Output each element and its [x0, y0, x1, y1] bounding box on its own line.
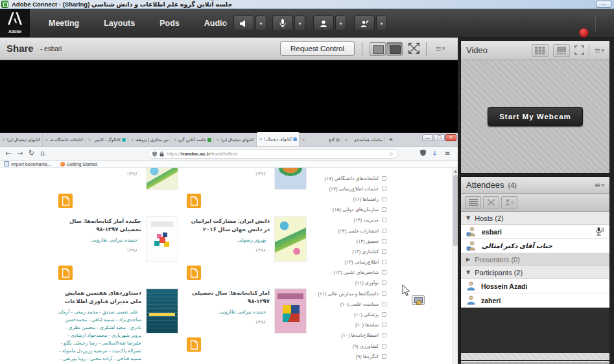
pdf-download-badge[interactable]: [58, 194, 73, 208]
video-pod-menu-button[interactable]: ≡▼: [594, 47, 604, 54]
browser-tab[interactable]: × کتابهای دیجیتال ایران: [257, 132, 300, 146]
participants-section-header[interactable]: ▼ Participants (2): [461, 266, 609, 279]
video-fullscreen-icon[interactable]: [574, 45, 584, 55]
pdf-download-badge[interactable]: [58, 266, 73, 280]
hosts-section-header[interactable]: ▼ Hosts (2): [461, 212, 609, 225]
scrollbar-thumb[interactable]: [453, 175, 458, 246]
category-checkbox[interactable]: [382, 229, 386, 233]
share-fullscreen-button[interactable]: [408, 43, 419, 54]
category-label[interactable]: دانشگاه‌ها و مدارس عالی: [327, 291, 379, 297]
book-title[interactable]: چکیده آمار کتابخانه‌ها: سال تحصیلی ۱۳۹۷-…: [58, 217, 141, 234]
browser-tab[interactable]: × گنج: [300, 133, 342, 146]
browser-tab[interactable]: × کتابخانه دانشگاه شهید بهشتی: [43, 133, 86, 146]
category-label[interactable]: انتشارات علمی: [348, 228, 379, 234]
browser-tab[interactable]: × جلسه آنلاین گروه علم: [171, 133, 214, 146]
tab-close-icon[interactable]: ×: [259, 137, 263, 142]
tab-close-icon[interactable]: ×: [2, 137, 6, 142]
category-label[interactable]: سیاست علمی: [350, 301, 379, 307]
category-checkbox[interactable]: [382, 197, 386, 201]
category-checkbox[interactable]: [382, 260, 386, 264]
url-field[interactable]: https://irandoc.ac.ir/book/fulltext ☆: [148, 149, 398, 159]
attendee-list-view-button[interactable]: [465, 196, 481, 209]
category-checkbox[interactable]: [382, 344, 386, 348]
category-label[interactable]: کشاورزی: [360, 343, 379, 349]
category-label[interactable]: کتابداری: [362, 249, 379, 255]
pdf-download-badge[interactable]: [187, 337, 201, 352]
category-checkbox[interactable]: [382, 239, 386, 244]
raise-hand-icon-button[interactable]: [354, 16, 375, 31]
category-label[interactable]: تحقیق: [366, 238, 379, 244]
bookmark-getting-started[interactable]: Getting Started: [60, 162, 97, 166]
attendee-row-esbari[interactable]: esbari: [461, 225, 609, 239]
request-control-button[interactable]: Request Control: [280, 41, 355, 56]
presenters-section-header[interactable]: ▶ Presenters (0): [461, 253, 609, 266]
browser-minimize-button[interactable]: —: [422, 134, 433, 141]
webcam-button[interactable]: [313, 16, 334, 31]
browser-close-button[interactable]: ×: [445, 134, 456, 141]
category-checkbox[interactable]: [382, 280, 386, 285]
book-title[interactable]: دستاوردهای هفتمین همایش ملی مدیران فناور…: [58, 289, 141, 306]
status-dropdown[interactable]: ▼: [376, 16, 387, 31]
category-label[interactable]: نوآوری: [365, 280, 379, 286]
book-cover[interactable]: [147, 217, 178, 261]
browser-tab[interactable]: × سامانه همانندجو: [342, 133, 385, 146]
category-checkbox[interactable]: [382, 302, 386, 306]
share-pod-menu-button[interactable]: ≡▼: [435, 45, 445, 52]
window-minimize-button[interactable]: —: [596, 1, 611, 8]
pdf-download-badge[interactable]: [187, 266, 201, 280]
video-filmstrip-view-button[interactable]: [553, 44, 570, 57]
book-author-link[interactable]: حمیده بیرامی طارونی: [91, 237, 137, 243]
tab-close-icon[interactable]: ×: [216, 137, 220, 142]
tab-close-icon[interactable]: ×: [45, 137, 49, 142]
reload-icon[interactable]: ↻: [29, 149, 34, 157]
category-checkbox[interactable]: [382, 333, 386, 337]
tab-close-icon[interactable]: ×: [301, 137, 305, 142]
category-checkbox[interactable]: [382, 187, 386, 191]
tab-close-icon[interactable]: ×: [88, 137, 91, 142]
attendee-row-host2[interactable]: جناب آقای دکتر امثالی: [461, 239, 609, 253]
browser-tab[interactable]: × کتابهای دیجیتال ایران: [0, 133, 43, 146]
category-label[interactable]: اصطلاح‌نامه‌ها: [351, 332, 379, 338]
category-label[interactable]: پزشکی: [364, 312, 379, 317]
home-icon[interactable]: ⌂: [40, 149, 45, 157]
microphone-button[interactable]: [272, 16, 293, 31]
webcam-dropdown[interactable]: ▼: [335, 16, 346, 31]
speaker-dropdown[interactable]: ▼: [255, 16, 266, 31]
breakout-view-button[interactable]: [483, 196, 499, 209]
pdf-download-badge[interactable]: [187, 194, 201, 208]
browser-maximize-button[interactable]: □: [434, 134, 445, 141]
menu-layouts[interactable]: Layouts: [91, 9, 147, 38]
back-icon[interactable]: ←: [5, 149, 11, 157]
menu-audio[interactable]: Audio: [192, 9, 239, 38]
scrollbar-up-arrow[interactable]: ▲: [453, 168, 458, 174]
tab-close-icon[interactable]: ×: [130, 137, 134, 142]
category-checkbox[interactable]: [382, 207, 386, 212]
menu-pods[interactable]: Pods: [147, 9, 192, 38]
download-icon[interactable]: ↓: [432, 150, 437, 157]
forward-icon[interactable]: →: [17, 149, 23, 157]
tab-close-icon[interactable]: ×: [173, 137, 177, 142]
category-checkbox[interactable]: [382, 312, 386, 317]
book-cover[interactable]: [147, 168, 178, 189]
category-label[interactable]: کنگره‌ها: [363, 354, 379, 359]
menu-meeting[interactable]: Meeting: [36, 9, 91, 38]
category-checkbox[interactable]: [382, 249, 386, 254]
category-checkbox[interactable]: [382, 323, 386, 327]
category-checkbox[interactable]: [382, 218, 386, 222]
active-microphone-icon[interactable]: [595, 227, 604, 236]
category-checkbox[interactable]: [382, 354, 386, 359]
speaker-button[interactable]: [233, 16, 254, 31]
attendee-row-participant[interactable]: Hossein Azadi: [461, 279, 609, 293]
category-label[interactable]: کتابخانه‌های دانشگاهی: [335, 176, 379, 181]
video-grid-view-button[interactable]: [532, 44, 549, 57]
attendee-row-participant[interactable]: zaheri: [461, 293, 609, 308]
category-checkbox[interactable]: [382, 270, 386, 275]
bookmark-import[interactable]: Import bookmarks...: [4, 161, 51, 166]
category-label[interactable]: سازمان‌های دولتی: [342, 207, 379, 212]
category-label[interactable]: راهنماها: [362, 196, 379, 202]
book-cover[interactable]: [147, 289, 178, 333]
share-view-toggle-full[interactable]: [386, 42, 403, 56]
share-view-toggle-windowed[interactable]: [370, 42, 386, 56]
category-label[interactable]: خدمات اطلاع‌رسانی: [338, 186, 379, 192]
browser-tab[interactable]: × تور مجازی | پژوهشکده: [128, 133, 171, 146]
